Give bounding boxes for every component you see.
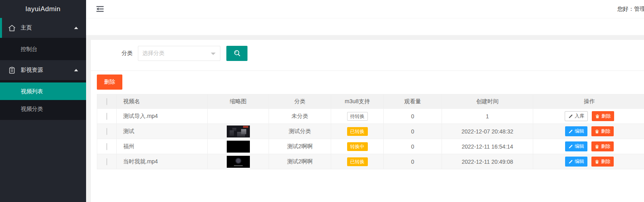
- sidebar-item-video-category[interactable]: 视频分类: [0, 100, 86, 118]
- sidebar-item-media-resources[interactable]: 影视资源: [0, 60, 86, 80]
- category-select-placeholder: 选择分类: [142, 50, 165, 57]
- delete-button[interactable]: 删除: [591, 157, 614, 167]
- sidebar-item-video-list[interactable]: 视频列表: [0, 82, 86, 100]
- main-area: 您好：管理 分类 选择分类 删除: [86, 0, 644, 202]
- m3u8-status-badge: 转换中: [347, 142, 368, 151]
- video-name: 当时我就.mp4: [117, 154, 208, 169]
- table-row: 测试导入.mp4 未分类 待转换 0 1 入库: [97, 109, 644, 124]
- video-table: 视频名 缩略图 分类 m3u8支持 观看量 创建时间 操作 测试导入.mp4: [97, 94, 644, 169]
- divider: [91, 71, 644, 71]
- table-header-row: 视频名 缩略图 分类 m3u8支持 观看量 创建时间 操作: [97, 94, 644, 109]
- sidebar: layuiAdmin 主页 控制台 影视资源 视频列表 视频分类: [0, 0, 86, 202]
- trash-icon: [595, 144, 599, 149]
- collapse-sidebar-icon[interactable]: [96, 6, 104, 12]
- user-greeting[interactable]: 您好：管理: [617, 6, 644, 13]
- column-header-created: 创建时间: [442, 94, 533, 109]
- views-cell: 0: [384, 139, 442, 154]
- column-header-category: 分类: [269, 94, 331, 109]
- created-cell: 1: [442, 109, 533, 124]
- sidebar-submenu-home: 控制台: [0, 38, 86, 60]
- clipboard-icon: [8, 67, 16, 74]
- table-row: 当时我就.mp4 测试2啊啊 已转换 0 2022-12-11 20:49:08…: [97, 154, 644, 169]
- created-cell: 2022-12-07 20:48:32: [442, 124, 533, 139]
- created-cell: 2022-12-11 20:49:08: [442, 154, 533, 169]
- chevron-up-icon: [74, 27, 78, 29]
- chevron-down-icon: [211, 53, 216, 55]
- content-area: 分类 选择分类 删除: [86, 35, 644, 202]
- views-cell: 0: [384, 109, 442, 124]
- edit-button[interactable]: 编辑: [565, 126, 587, 136]
- delete-button[interactable]: 删除: [592, 111, 614, 121]
- chevron-up-icon: [74, 69, 78, 71]
- created-cell: 2022-12-11 16:54:14: [442, 139, 533, 154]
- delete-button[interactable]: 删除: [591, 126, 614, 136]
- views-cell: 0: [384, 124, 442, 139]
- row-checkbox[interactable]: [106, 158, 107, 165]
- trash-icon: [595, 129, 599, 134]
- row-checkbox[interactable]: [106, 143, 107, 150]
- m3u8-status-badge: 已转换: [347, 157, 368, 166]
- column-header-m3u8: m3u8支持: [331, 94, 384, 109]
- select-all-checkbox[interactable]: [106, 98, 107, 105]
- category-cell: 测试2啊啊: [269, 139, 331, 154]
- row-checkbox[interactable]: [106, 113, 107, 120]
- video-thumbnail: [227, 126, 250, 137]
- edit-pencil-icon: [568, 144, 573, 149]
- video-name: 测试导入.mp4: [117, 109, 208, 124]
- category-cell: 测试分类: [269, 124, 331, 139]
- import-button[interactable]: 入库: [565, 111, 588, 121]
- app-logo: layuiAdmin: [0, 0, 86, 18]
- table-row: 福州 测试2啊啊 转换中 0 2022-12-11 16:54:14 编辑: [97, 139, 644, 154]
- video-list-card: 分类 选择分类 删除: [91, 40, 644, 202]
- views-cell: 0: [384, 154, 442, 169]
- video-name: 测试: [117, 124, 208, 139]
- column-header-actions: 操作: [533, 94, 644, 109]
- delete-button[interactable]: 删除: [591, 141, 614, 151]
- active-stripe: [0, 18, 2, 38]
- edit-pencil-icon: [568, 129, 573, 134]
- edit-button[interactable]: 编辑: [565, 141, 587, 151]
- trash-icon: [595, 159, 599, 164]
- sidebar-submenu-media: 视频列表 视频分类: [0, 80, 86, 120]
- column-header-thumbnail: 缩略图: [208, 94, 269, 109]
- category-cell: 未分类: [269, 109, 331, 124]
- column-header-name: 视频名: [117, 94, 208, 109]
- filter-form: 分类 选择分类: [97, 46, 644, 61]
- top-bar: 您好：管理: [86, 0, 644, 18]
- row-checkbox[interactable]: [106, 128, 107, 135]
- sidebar-item-label: 影视资源: [21, 67, 74, 74]
- category-filter-label: 分类: [122, 50, 133, 57]
- search-icon: [233, 49, 242, 58]
- search-button[interactable]: [226, 46, 247, 61]
- trash-icon: [595, 114, 600, 119]
- edit-pencil-icon: [568, 159, 573, 164]
- table-row: 测试 测试分类 已转换 0 2022-12-07 20:48:32 编辑: [97, 124, 644, 139]
- video-name: 福州: [117, 139, 208, 154]
- edit-pencil-icon: [568, 114, 573, 119]
- thumbnail-cell: [208, 109, 269, 124]
- sidebar-item-home[interactable]: 主页: [0, 18, 86, 38]
- edit-button[interactable]: 编辑: [565, 157, 587, 167]
- category-cell: 测试2啊啊: [269, 154, 331, 169]
- video-thumbnail: [227, 156, 250, 168]
- sidebar-item-console[interactable]: 控制台: [0, 40, 86, 58]
- batch-delete-button[interactable]: 删除: [97, 75, 122, 90]
- home-icon: [8, 24, 16, 32]
- m3u8-status-badge: 待转换: [347, 112, 368, 121]
- m3u8-status-badge: 已转换: [347, 127, 368, 136]
- sidebar-item-label: 主页: [21, 24, 74, 31]
- tab-strip: [86, 18, 644, 35]
- video-thumbnail: [227, 141, 250, 153]
- category-select[interactable]: 选择分类: [138, 46, 220, 61]
- column-header-views: 观看量: [384, 94, 442, 109]
